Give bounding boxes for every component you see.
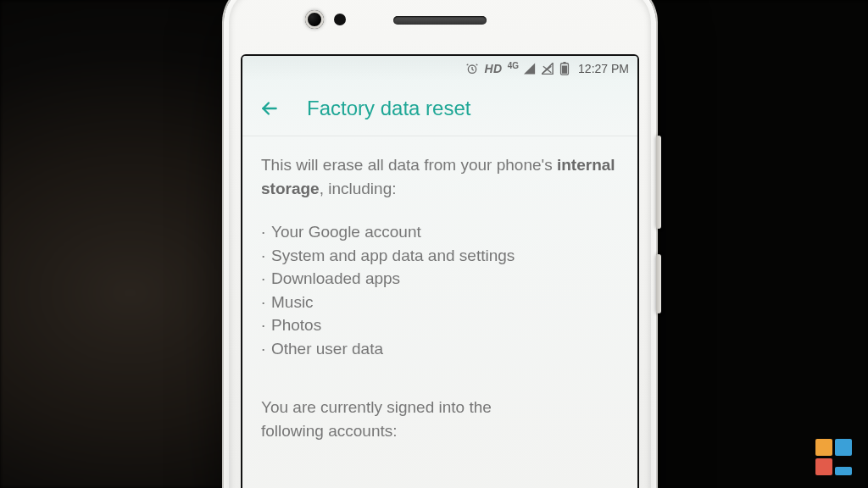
list-item: ·Photos bbox=[261, 313, 619, 337]
signed-line-1: You are currently signed into the bbox=[261, 396, 619, 419]
signal-icon bbox=[524, 63, 537, 75]
list-item-label: Your Google account bbox=[271, 220, 421, 244]
list-item-label: Music bbox=[271, 291, 314, 314]
alarm-icon bbox=[465, 62, 479, 75]
network-type-label: 4G bbox=[508, 62, 519, 70]
arrow-left-icon bbox=[259, 97, 281, 119]
phone-screen: HD 4G 12:27 PM bbox=[242, 56, 637, 488]
earpiece-speaker bbox=[393, 16, 487, 25]
phone-frame: HD 4G 12:27 PM bbox=[224, 0, 656, 488]
signed-line-2: following accounts: bbox=[261, 419, 619, 443]
erase-list: ·Your Google account ·System and app dat… bbox=[261, 220, 619, 360]
page-title: Factory data reset bbox=[307, 97, 470, 120]
proximity-sensor bbox=[334, 14, 346, 25]
back-button[interactable] bbox=[253, 92, 287, 125]
app-bar: Factory data reset bbox=[242, 81, 637, 136]
hd-indicator: HD bbox=[484, 62, 502, 75]
front-camera bbox=[305, 10, 324, 29]
list-item: ·System and app data and settings bbox=[261, 244, 619, 268]
signal-secondary-icon bbox=[542, 63, 554, 75]
watermark-logo bbox=[815, 439, 853, 476]
list-item: ·Music bbox=[261, 291, 619, 314]
intro-text: This will erase all data from your phone… bbox=[261, 153, 619, 200]
list-item-label: Other user data bbox=[271, 337, 383, 361]
battery-icon bbox=[559, 62, 570, 75]
intro-suffix: , including: bbox=[320, 180, 397, 197]
status-bar: HD 4G 12:27 PM bbox=[242, 56, 637, 81]
list-item-label: System and app data and settings bbox=[271, 244, 515, 268]
intro-prefix: This will erase all data from your phone… bbox=[261, 156, 557, 174]
list-item-label: Downloaded apps bbox=[271, 267, 400, 291]
list-item: ·Downloaded apps bbox=[261, 267, 619, 291]
settings-body: This will erase all data from your phone… bbox=[242, 136, 637, 442]
list-item: ·Other user data bbox=[261, 337, 619, 361]
status-clock: 12:27 PM bbox=[578, 62, 629, 75]
signed-in-text: You are currently signed into the follow… bbox=[261, 396, 619, 442]
svg-rect-2 bbox=[563, 62, 566, 64]
phone-sensor-cluster bbox=[224, 8, 656, 34]
svg-rect-3 bbox=[562, 65, 567, 73]
list-item: ·Your Google account bbox=[261, 220, 619, 244]
power-button-physical bbox=[656, 254, 661, 313]
list-item-label: Photos bbox=[271, 313, 321, 337]
volume-rocker bbox=[656, 136, 661, 229]
